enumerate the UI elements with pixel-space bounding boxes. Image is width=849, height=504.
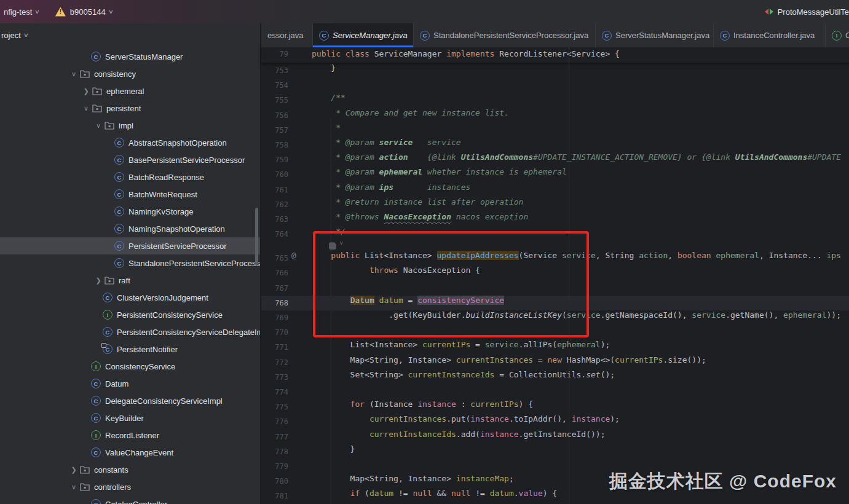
tree-item-label: DelegateConsistencyServiceImpl [105, 396, 223, 406]
warning-icon [55, 7, 66, 17]
tree-item-ServerStatusManager[interactable]: CServerStatusManager [0, 48, 260, 65]
tree-item-DelegateConsistencyServiceImpl[interactable]: CDelegateConsistencyServiceImpl [0, 392, 260, 409]
package-icon [92, 86, 102, 96]
tree-item-label: PersistentConsistencyServiceDelegateImpl [117, 328, 261, 337]
class-icon: C [602, 31, 612, 41]
line-number: 775 [261, 400, 288, 414]
tree-item-constants[interactable]: ❯constants [0, 461, 260, 478]
tree-item-label: BatchReadResponse [128, 173, 204, 182]
project-combo[interactable]: nfig-test ∨ [0, 4, 43, 20]
code-line-768: 768 Datum datum = consistencyService [261, 296, 849, 310]
chevron-down-icon: ∨ [23, 32, 28, 38]
tree-item-label: consistency [94, 69, 136, 79]
editor-tab-bar[interactable]: essor.javaCServiceManager.java×CStandalo… [261, 23, 849, 47]
editor-tab-essor.java[interactable]: essor.java [261, 23, 313, 47]
project-tree[interactable]: CServerStatusManager∨consistency❯ephemer… [0, 48, 260, 504]
tree-item-PersistentConsistencyService[interactable]: IPersistentConsistencyService [0, 306, 260, 323]
tree-item-label: RecordListener [105, 431, 159, 440]
tree-item-KeyBuilder[interactable]: CKeyBuilder [0, 409, 260, 427]
tab-label: StandalonePersistentServiceProcessor.jav… [433, 31, 588, 40]
class-icon: C [91, 499, 101, 504]
tree-item-BasePersistentServiceProcessor[interactable]: CBasePersistentServiceProcessor [0, 151, 260, 168]
project-panel-header[interactable]: roject ∨ [0, 23, 260, 47]
tree-item-label: controllers [94, 482, 131, 492]
tree-item-ephemeral[interactable]: ❯ephemeral [0, 82, 260, 100]
chevron-right-icon[interactable]: ❯ [92, 277, 105, 285]
code-line-text: * @param ips instances [312, 183, 470, 192]
code-line-759: 759 * @param action {@link UtilsAndCommo… [261, 152, 849, 167]
chevron-right-icon[interactable]: ❯ [68, 466, 80, 474]
code-line-775: 775 for (Instance instance : currentIPs)… [261, 400, 849, 414]
editor-tab-C[interactable]: IC [826, 23, 849, 47]
project-panel-title: roject [1, 31, 21, 40]
sticky-line-code: public class ServiceManager implements R… [312, 49, 620, 58]
tree-item-BatchReadResponse[interactable]: CBatchReadResponse [0, 168, 260, 186]
editor-tab-ServiceManager.java[interactable]: CServiceManager.java× [313, 23, 414, 47]
vcs-branch-widget[interactable]: b9005144 ∨ [52, 4, 116, 20]
tree-item-label: NamingSnapshotOperation [128, 224, 225, 234]
code-line-764: 764 */ [261, 227, 849, 242]
class-icon: C [91, 396, 101, 406]
line-number: 769 [261, 310, 288, 325]
gutter-annotation-icon[interactable]: @ [291, 251, 296, 260]
tree-item-ValueChangeEvent[interactable]: CValueChangeEvent [0, 444, 260, 461]
chevron-down-icon[interactable]: ∨ [68, 483, 80, 491]
tree-item-ClusterVersionJudgement[interactable]: CClusterVersionJudgement [0, 289, 260, 306]
line-number: 760 [261, 167, 288, 182]
tree-item-CatalogController[interactable]: CCatalogController [0, 495, 260, 504]
tree-item-label: BasePersistentServiceProcessor [128, 156, 245, 165]
editor-tab-InstanceController.java[interactable]: CInstanceController.java [714, 23, 826, 47]
code-line-text: Datum datum = consistencyService [312, 296, 504, 305]
class-icon: C [319, 31, 329, 41]
tree-item-label: Datum [105, 379, 128, 388]
code-line-text: Map<String, Instance> currentInstances =… [312, 355, 706, 364]
class-icon: C [103, 327, 113, 337]
tree-item-PersistentNotifier[interactable]: CPersistentNotifier [0, 341, 260, 358]
chevron-down-icon[interactable]: ∨ [68, 70, 80, 78]
tree-item-NamingKvStorage[interactable]: CNamingKvStorage [0, 203, 260, 220]
code-line-text: currentInstances.put(instance.toIpAddr()… [312, 414, 620, 423]
tree-item-PersistentServiceProcessor[interactable]: CPersistentServiceProcessor [0, 237, 260, 254]
code-editor[interactable]: 753 }754755 /**756 * Compare and get new… [261, 63, 849, 504]
editor-tab-StandalonePersistentServiceProcessor.java[interactable]: CStandalonePersistentServiceProcessor.ja… [414, 23, 596, 47]
chevron-down-icon[interactable]: ∨ [80, 104, 92, 112]
chevron-down-icon: ∨ [34, 9, 40, 15]
inlay-icon[interactable] [329, 242, 336, 250]
tree-item-PersistentConsistencyServiceDelegateImpl[interactable]: CPersistentConsistencyServiceDelegateImp… [0, 323, 260, 341]
sticky-header-line: 79 public class ServiceManager implement… [261, 47, 849, 63]
code-line-773: 773 Set<String> currentInstanceIds = Col… [261, 370, 849, 385]
line-number: 762 [261, 197, 288, 212]
code-line-777: 777 currentInstanceIds.add(instance.getI… [261, 430, 849, 444]
branch-label: b9005144 [70, 7, 106, 17]
tree-item-RecordListener[interactable]: IRecordListener [0, 427, 260, 444]
line-number: 755 [261, 93, 288, 108]
tree-item-impl[interactable]: ∨impl [0, 117, 260, 134]
code-vision-inlay[interactable]: ∨ [261, 242, 849, 251]
tree-item-consistency[interactable]: ∨consistency [0, 65, 260, 82]
main-toolbar: nfig-test ∨ b9005144 ∨ ProtoMessageUtilT… [0, 0, 849, 23]
tree-scrollbar-thumb[interactable] [255, 208, 258, 266]
tree-item-Datum[interactable]: CDatum [0, 375, 260, 392]
tree-item-controllers[interactable]: ∨controllers [0, 478, 260, 495]
line-number: 770 [261, 325, 288, 340]
chevron-down-icon[interactable]: ∨ [92, 122, 105, 130]
chevron-right-icon[interactable]: ❯ [80, 87, 92, 95]
tree-item-AbstractSnapshotOperation[interactable]: CAbstractSnapshotOperation [0, 134, 260, 151]
tree-item-persistent[interactable]: ∨persistent [0, 100, 260, 117]
chevron-down-icon[interactable]: ∨ [339, 240, 344, 246]
package-icon [80, 69, 90, 79]
tree-item-BatchWriteRequest[interactable]: CBatchWriteRequest [0, 186, 260, 203]
class-icon: C [114, 207, 124, 216]
code-line-text: .get(KeyBuilder.buildInstanceListKey(ser… [312, 310, 841, 320]
code-line-769: 769 .get(KeyBuilder.buildInstanceListKey… [261, 310, 849, 325]
code-line-760: 760 * @param ephemeral whether instance … [261, 167, 849, 182]
run-configuration-widget[interactable]: ProtoMessageUtilTe [765, 7, 849, 17]
tree-item-StandalonePersistentServiceProcessor[interactable]: CStandalonePersistentServiceProcessor [0, 254, 260, 272]
code-line-778: 778 } [261, 444, 849, 459]
tree-item-ConsistencyService[interactable]: IConsistencyService [0, 358, 260, 375]
tree-item-raft[interactable]: ❯raft [0, 272, 260, 289]
tree-item-NamingSnapshotOperation[interactable]: CNamingSnapshotOperation [0, 220, 260, 237]
line-number: 763 [261, 212, 288, 227]
editor-tab-ServerStatusManager.java[interactable]: CServerStatusManager.java [596, 23, 714, 47]
tree-item-label: CatalogController [105, 500, 167, 504]
